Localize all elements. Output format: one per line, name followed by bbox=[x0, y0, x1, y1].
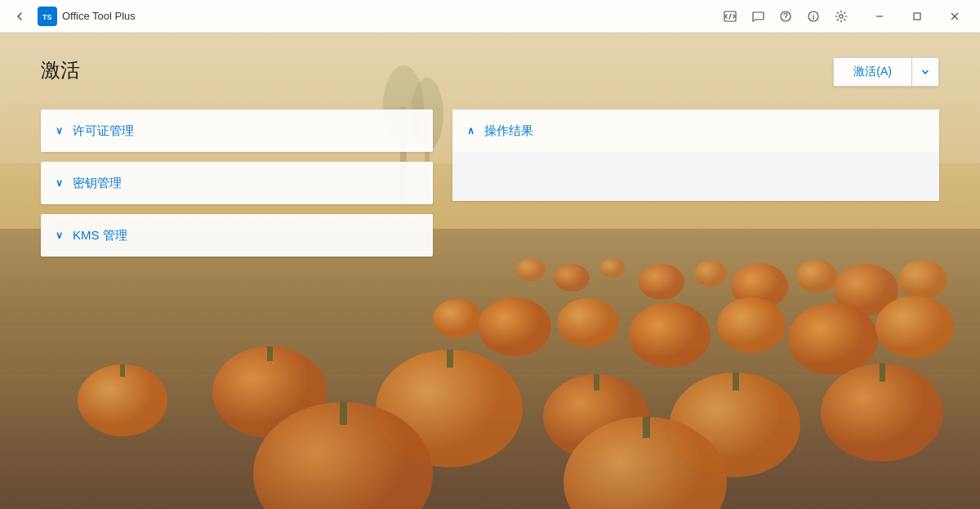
code-icon bbox=[724, 10, 737, 23]
right-panel: ∧ 操作结果 bbox=[452, 109, 939, 257]
minimize-icon bbox=[875, 11, 884, 21]
activate-button-group: 激活(A) bbox=[833, 57, 939, 87]
key-card-label: 密钥管理 bbox=[73, 176, 122, 191]
maximize-icon bbox=[912, 11, 922, 21]
chevron-down-icon bbox=[921, 68, 929, 76]
kms-chevron-icon: ∨ bbox=[56, 230, 63, 241]
activate-dropdown-button[interactable] bbox=[912, 58, 938, 86]
key-card-header[interactable]: ∨ 密钥管理 bbox=[41, 162, 433, 204]
back-button[interactable] bbox=[7, 3, 33, 29]
minimize-button[interactable] bbox=[861, 3, 898, 29]
result-chevron-icon: ∧ bbox=[467, 125, 474, 136]
close-icon bbox=[950, 11, 960, 21]
key-chevron-icon: ∨ bbox=[56, 177, 63, 189]
toolbar-icons bbox=[717, 3, 854, 29]
svg-point-48 bbox=[785, 18, 786, 19]
kms-card-header[interactable]: ∨ KMS 管理 bbox=[41, 214, 433, 257]
left-panel: ∨ 许可证管理 ∨ 密钥管理 ∨ KMS 管理 bbox=[41, 109, 433, 257]
app-logo: TS bbox=[38, 7, 57, 26]
settings-icon bbox=[835, 10, 848, 23]
key-card: ∨ 密钥管理 bbox=[41, 162, 433, 204]
result-card-label: 操作结果 bbox=[484, 123, 533, 139]
page-header: 激活 激活(A) bbox=[41, 57, 939, 87]
info-circle-icon bbox=[807, 10, 820, 23]
main-content: 激活 激活(A) ∨ 许可证管理 ∨ 密钥管 bbox=[0, 33, 980, 509]
license-card-label: 许可证管理 bbox=[73, 123, 134, 139]
kms-card: ∨ KMS 管理 bbox=[41, 214, 433, 257]
svg-point-52 bbox=[840, 14, 843, 17]
activate-main-button[interactable]: 激活(A) bbox=[834, 58, 912, 86]
chat-icon-button[interactable] bbox=[745, 3, 771, 29]
result-card: ∧ 操作结果 bbox=[452, 109, 939, 201]
settings-icon-button[interactable] bbox=[828, 3, 854, 29]
app-title: Office Tool Plus bbox=[62, 10, 136, 22]
code-icon-button[interactable] bbox=[717, 3, 743, 29]
help-circle-icon bbox=[779, 10, 792, 23]
page-title: 激活 bbox=[41, 57, 80, 83]
logo-icon: TS bbox=[39, 8, 56, 25]
license-card-header[interactable]: ∨ 许可证管理 bbox=[41, 109, 433, 152]
result-body bbox=[452, 152, 939, 201]
svg-text:TS: TS bbox=[42, 13, 52, 21]
result-card-header[interactable]: ∧ 操作结果 bbox=[452, 109, 939, 152]
maximize-button[interactable] bbox=[898, 3, 936, 29]
chat-icon bbox=[751, 10, 764, 23]
titlebar: TS Office Tool Plus bbox=[0, 0, 980, 33]
help-icon-button[interactable] bbox=[773, 3, 799, 29]
license-card: ∨ 许可证管理 bbox=[41, 109, 433, 152]
info-icon-button[interactable] bbox=[800, 3, 826, 29]
kms-card-label: KMS 管理 bbox=[73, 228, 127, 243]
back-arrow-icon bbox=[15, 11, 24, 21]
window-controls bbox=[861, 3, 973, 29]
license-chevron-icon: ∨ bbox=[56, 125, 63, 136]
svg-point-50 bbox=[813, 13, 813, 14]
cards-row: ∨ 许可证管理 ∨ 密钥管理 ∨ KMS 管理 bbox=[41, 109, 939, 257]
svg-rect-54 bbox=[914, 13, 920, 20]
close-button[interactable] bbox=[936, 3, 973, 29]
